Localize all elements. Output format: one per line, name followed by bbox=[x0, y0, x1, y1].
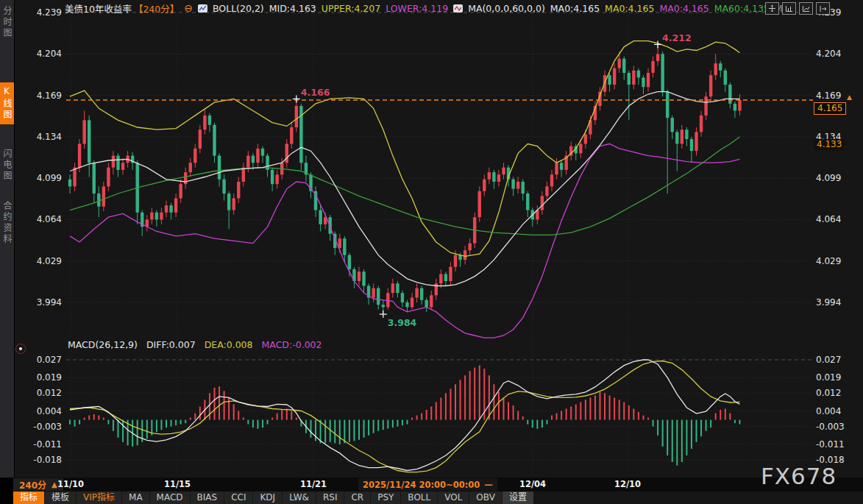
x-tick-11/10: 11/10 bbox=[57, 479, 84, 489]
price-axis-label: 4.064 bbox=[28, 214, 62, 224]
macd-axis-label: -0.018 bbox=[28, 455, 62, 465]
toolbar-button-模板[interactable]: 模板 bbox=[45, 491, 76, 504]
macd-histogram bbox=[70, 366, 739, 466]
boll-label: BOLL(20,2) bbox=[213, 3, 264, 14]
price-axis-label: 4.239 bbox=[28, 7, 62, 18]
macd-axis-label: 0.027 bbox=[816, 355, 850, 365]
macd-label: MACD(26,12,9) bbox=[68, 339, 138, 350]
trading-app-window: 4.1664.2123.984 分时图K线图闪电图合约资料 美债10年收益率 【… bbox=[0, 0, 863, 504]
boll-lower-value: LOWER:4.119 bbox=[386, 3, 448, 14]
toolbar-button-BIAS[interactable]: BIAS bbox=[191, 491, 224, 504]
price-axis-label: 4.064 bbox=[816, 214, 850, 224]
toolbar-button-VIP指标[interactable]: VIP指标 bbox=[77, 491, 121, 504]
toolbar-button-OBV[interactable]: OBV bbox=[469, 491, 502, 504]
macd-axis-label: -0.003 bbox=[816, 422, 850, 432]
selected-bar-dash: — bbox=[484, 480, 493, 490]
price-markers: 4.1664.2123.984 bbox=[293, 32, 692, 328]
move-icon[interactable] bbox=[765, 2, 779, 15]
toolbar-button-KDJ[interactable]: KDJ bbox=[253, 491, 282, 504]
svg-text:3.984: 3.984 bbox=[388, 317, 417, 328]
ma0-value-1: MA0:4.165 bbox=[550, 3, 600, 14]
selected-bar-time-label: 2025/11/24 20:00~00:00 bbox=[363, 480, 480, 490]
sidebar-tab-3[interactable]: 合约资料 bbox=[0, 197, 14, 249]
x-tick-12/10: 12/10 bbox=[614, 479, 641, 489]
price-axis-label: 4.029 bbox=[28, 256, 62, 266]
chart-header: 美债10年收益率 【240分】 ⊖ BOLL(20,2) MID:4.163 U… bbox=[65, 0, 783, 16]
price-axis-label: 4.099 bbox=[28, 173, 62, 183]
toolbar-button-CCI[interactable]: CCI bbox=[224, 491, 252, 504]
boll-lower-line bbox=[70, 144, 739, 338]
macd-axis-label: 0.004 bbox=[816, 406, 850, 416]
watermark: FX678 bbox=[761, 463, 837, 489]
window-toolbar-icons bbox=[765, 2, 830, 15]
macd-axis-label: 0.019 bbox=[816, 372, 850, 383]
ma-label: MA(0,0,0,60,0,0) bbox=[468, 3, 545, 14]
period-up-arrow-icon: ▲ bbox=[52, 480, 57, 489]
toolbar-button-设置[interactable]: 设置 bbox=[502, 491, 533, 504]
x-tick-12/04: 12/04 bbox=[519, 479, 546, 489]
svg-text:4.212: 4.212 bbox=[662, 32, 692, 43]
chart-canvas[interactable]: 4.1664.2123.984 bbox=[0, 0, 863, 504]
price-axis-label: 4.134 bbox=[28, 132, 62, 142]
toolbar-button-MACD[interactable]: MACD bbox=[150, 491, 190, 504]
macd-axis-label: 0.019 bbox=[28, 372, 62, 383]
macd-axis-label: -0.011 bbox=[28, 439, 62, 450]
price-axis-label: 4.169 bbox=[816, 90, 850, 101]
toolbar-button-PSY[interactable]: PSY bbox=[371, 491, 400, 504]
vertical-gridlines bbox=[71, 13, 628, 475]
ma60-line bbox=[70, 137, 739, 235]
export-panel-icon[interactable] bbox=[816, 2, 830, 15]
instrument-title: 美债10年收益率 bbox=[65, 1, 132, 15]
sidebar-tab-1[interactable]: K线图 bbox=[0, 82, 14, 124]
toolbar-button-BOLL[interactable]: BOLL bbox=[401, 491, 437, 504]
boll-upper-value: UPPER:4.207 bbox=[322, 3, 380, 14]
svg-text:4.166: 4.166 bbox=[301, 87, 330, 98]
boll-indicator-icon bbox=[198, 4, 207, 13]
price-axis-label: 4.204 bbox=[816, 49, 850, 59]
macd-axis-label: -0.003 bbox=[28, 422, 62, 432]
macd-diff-value: DIFF:0.007 bbox=[146, 339, 196, 350]
toolbar-button-RSI[interactable]: RSI bbox=[316, 491, 344, 504]
ma0-value-3: MA0:4.165 bbox=[659, 3, 708, 14]
boll-mid-value: MID:4.163 bbox=[269, 3, 316, 14]
macd-axis-label: 0.012 bbox=[816, 388, 850, 398]
macd-macd-value: MACD:-0.002 bbox=[262, 339, 322, 350]
overlay-lines bbox=[70, 41, 739, 338]
macd-dea-value: DEA:0.008 bbox=[205, 339, 253, 350]
toolbar-button-CR[interactable]: CR bbox=[344, 491, 370, 504]
current-price-tag: 4.165 bbox=[814, 102, 846, 115]
toolbar-button-LW&[interactable]: LW& bbox=[283, 491, 316, 504]
toolbar-button-MA[interactable]: MA bbox=[122, 491, 149, 504]
price-axis-label: 4.029 bbox=[816, 256, 850, 266]
x-tick-11/15: 11/15 bbox=[164, 479, 191, 489]
macd-axis-label: -0.011 bbox=[816, 439, 850, 450]
price-axis-label: 3.994 bbox=[816, 297, 850, 308]
zoom-out-icon[interactable]: ⊖ bbox=[184, 3, 193, 13]
boll-mid-line bbox=[70, 92, 739, 286]
price-axis-label: 3.994 bbox=[28, 297, 62, 308]
indicator-toolbar: 指标模板VIP指标MAMACDBIASCCIKDJLW&RSICRPSYBOLL… bbox=[13, 491, 534, 504]
macd-header: MACD(26,12,9) DIFF:0.007 DEA:0.008 MACD:… bbox=[68, 339, 322, 350]
toolbar-button-VOL[interactable]: VOL bbox=[438, 491, 469, 504]
price-axis-label: 4.204 bbox=[28, 49, 62, 59]
toolbar-button-指标[interactable]: 指标 bbox=[13, 491, 44, 504]
sidebar-tab-2[interactable]: 闪电图 bbox=[0, 145, 14, 185]
macd-axis-label: 0.012 bbox=[28, 388, 62, 398]
x-axis-strip: 240分 ▲ 11/1011/1511/2112/0412/10 2025/11… bbox=[0, 478, 863, 491]
secondary-price-tag: 4.133 bbox=[814, 139, 845, 150]
macd-axis-label: 0.004 bbox=[28, 406, 62, 416]
price-axis-label: 4.099 bbox=[816, 173, 850, 183]
sidebar: 分时图K线图闪电图合约资料 bbox=[0, 0, 15, 478]
macd-axis-label: 0.027 bbox=[28, 355, 62, 365]
price-up-arrow-icon: ▲ bbox=[847, 93, 852, 101]
macd-settings-icon[interactable] bbox=[15, 344, 26, 354]
sidebar-tab-0[interactable]: 分时图 bbox=[0, 2, 14, 43]
selected-bar-time: 2025/11/24 20:00~00:00 — bbox=[358, 478, 497, 491]
price-axis-label: 4.169 bbox=[28, 90, 62, 101]
bar-chart-panel-icon[interactable] bbox=[782, 2, 796, 15]
period-selector[interactable]: 240分 ▲ bbox=[13, 478, 63, 491]
line-chart-panel-icon[interactable] bbox=[799, 2, 813, 15]
period-selector-label: 240分 bbox=[19, 478, 46, 491]
ma-indicator-icon bbox=[453, 4, 463, 13]
period-label[interactable]: 【240分】 bbox=[134, 1, 179, 15]
